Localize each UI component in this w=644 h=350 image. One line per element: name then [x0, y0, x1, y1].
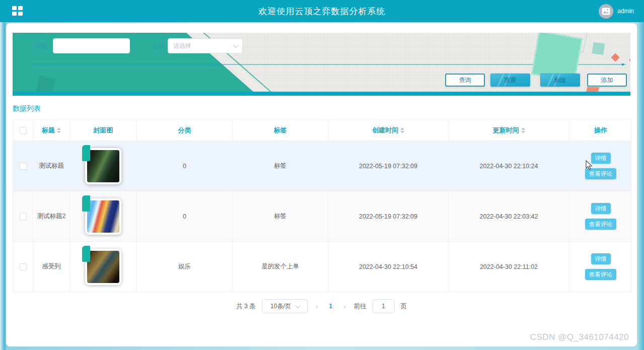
title-search-input[interactable] [53, 38, 130, 53]
detail-button[interactable]: 详情 [591, 253, 611, 264]
cell-updated: 2022-04-30 22:10:24 [479, 163, 538, 170]
caret-up-icon [521, 127, 525, 130]
cell-title: 感受到 [42, 262, 61, 271]
page-size-select[interactable]: 10条/页 [262, 299, 308, 313]
cell-tag: 是的发个上单 [261, 262, 299, 271]
view-comments-button[interactable]: 查看评论 [585, 269, 616, 280]
table-row: 感受到 娱乐 是的发个上单 2022-04-30 22:10:54 2022-0… [13, 242, 631, 292]
cover-image[interactable] [85, 148, 121, 184]
cover-image[interactable] [85, 249, 121, 285]
col-actions: 操作 [594, 126, 607, 135]
goto-label: 前往 [354, 302, 367, 311]
delete-button[interactable]: 删除 [540, 74, 580, 87]
cell-tag: 标签 [274, 212, 287, 221]
sort-caret-icon[interactable] [400, 127, 404, 133]
table-header-row: 标题 封面图 分类 标签 创建时间 更新时间 操作 [13, 120, 631, 141]
page-size-value: 10条/页 [270, 302, 291, 311]
chevron-down-icon [295, 303, 300, 308]
page-title: 欢迎使用云顶之弈数据分析系统 [0, 6, 644, 17]
pagination: 共 3 条 10条/页 ‹ 1 › 前往 页 [6, 299, 637, 313]
cell-updated: 2022-04-30 22:11:02 [480, 263, 538, 270]
category-select[interactable]: 请选择 [168, 38, 243, 53]
cell-updated: 2022-04-30 22:03:42 [479, 213, 538, 220]
category-select-placeholder: 请选择 [173, 42, 233, 50]
cell-created: 2022-05-19 07:32:09 [359, 213, 417, 220]
detail-button[interactable]: 详情 [591, 203, 611, 214]
col-cover: 封面图 [94, 126, 113, 135]
category-field-label: 分类 [152, 42, 165, 51]
cell-tag: 标签 [274, 162, 287, 170]
search-banner: 标题 分类 请选择 查询 重置 删除 添加 [13, 33, 630, 96]
user-menu[interactable]: admin [599, 0, 634, 22]
total-count-label: 共 3 条 [236, 302, 256, 311]
view-comments-button[interactable]: 查看评论 [585, 168, 616, 179]
row-checkbox[interactable] [20, 263, 27, 270]
data-table: 标题 封面图 分类 标签 创建时间 更新时间 操作 测试标题 0 标签 2022… [13, 119, 631, 292]
cell-category: 0 [183, 163, 186, 170]
page-suffix-label: 页 [401, 302, 407, 311]
chevron-down-icon [233, 42, 239, 48]
col-tag: 标签 [274, 126, 287, 135]
caret-down-icon [521, 131, 525, 133]
caret-down-icon [400, 131, 404, 133]
add-button[interactable]: 添加 [587, 74, 627, 87]
avatar[interactable] [599, 4, 613, 19]
detail-button[interactable]: 详情 [591, 153, 611, 164]
username-label: admin [617, 8, 634, 15]
cell-category: 0 [183, 213, 186, 220]
col-title: 标题 [42, 126, 55, 135]
cover-image[interactable] [85, 198, 121, 235]
cell-created: 2022-04-30 22:10:54 [359, 263, 417, 270]
section-title: 数据列表 [13, 104, 630, 113]
main-panel: 标题 分类 请选择 查询 重置 删除 添加 数据列表 标题 封面图 分类 标签 … [6, 23, 637, 346]
prev-page-button[interactable]: ‹ [314, 303, 320, 310]
table-row: 测试标题 0 标签 2022-05-19 07:32:09 2022-04-30… [13, 141, 631, 191]
action-button-row: 查询 重置 删除 添加 [13, 74, 630, 87]
cell-title: 测试标题 [39, 162, 64, 170]
col-created: 创建时间 [372, 126, 398, 135]
cell-title: 测试标题2 [37, 212, 66, 221]
caret-up-icon [400, 127, 404, 130]
view-comments-button[interactable]: 查看评论 [585, 219, 616, 230]
col-category: 分类 [178, 126, 191, 135]
table-row: 测试标题2 0 标签 2022-05-19 07:32:09 2022-04-3… [13, 191, 631, 242]
reset-button[interactable]: 重置 [490, 74, 530, 87]
sort-caret-icon[interactable] [57, 127, 61, 133]
banner-bottom-bar [13, 92, 630, 96]
col-updated: 更新时间 [493, 126, 519, 135]
cell-created: 2022-05-19 07:32:09 [359, 163, 417, 170]
cell-category: 娱乐 [178, 262, 191, 271]
goto-page-input[interactable] [373, 299, 395, 313]
caret-up-icon [57, 127, 61, 130]
app-header: 欢迎使用云顶之弈数据分析系统 admin [0, 0, 644, 22]
current-page-button[interactable]: 1 [326, 303, 335, 310]
row-checkbox[interactable] [20, 213, 27, 220]
sort-caret-icon[interactable] [521, 127, 525, 133]
select-all-checkbox[interactable] [20, 127, 27, 134]
search-form: 标题 分类 请选择 [13, 38, 630, 53]
caret-down-icon [57, 131, 61, 133]
watermark: CSDN @Q_3461074420 [530, 332, 629, 342]
title-field-label: 标题 [35, 42, 48, 51]
next-page-button[interactable]: › [341, 303, 347, 310]
row-checkbox[interactable] [20, 163, 27, 170]
photo-icon [602, 8, 610, 15]
query-button[interactable]: 查询 [445, 74, 485, 87]
